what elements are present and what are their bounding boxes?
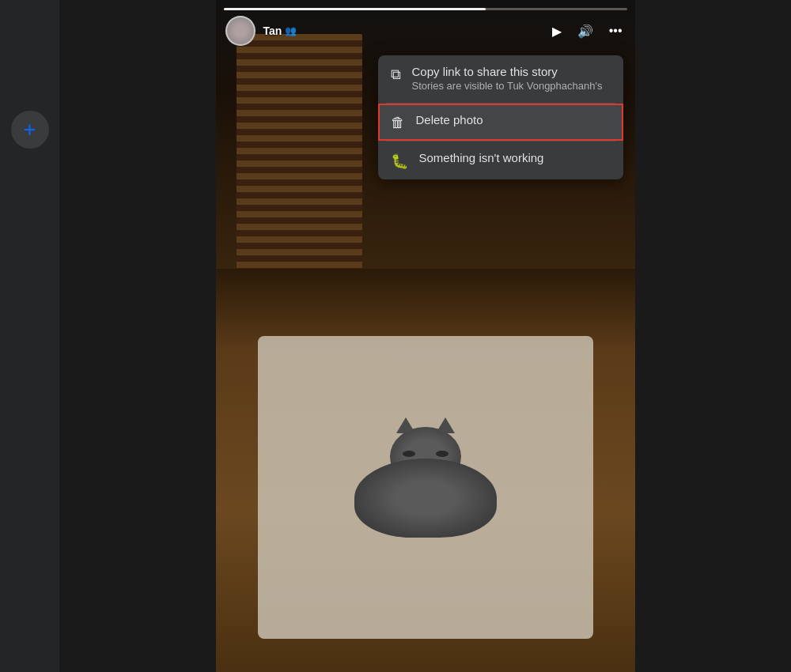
copy-link-text: Copy link to share this story Stories ar… <box>412 65 603 93</box>
add-story-button[interactable]: + <box>11 111 49 149</box>
story-viewer: Tan 👥 ▶ 🔊 ••• ⧉ Copy link to share th <box>216 0 635 672</box>
delete-photo-text: Delete photo <box>416 113 483 126</box>
bug-icon: 🐛 <box>391 153 408 170</box>
report-text: Something isn't working <box>419 151 544 164</box>
play-icon: ▶ <box>552 24 562 39</box>
dropdown-item-copy-link[interactable]: ⧉ Copy link to share this story Stories … <box>378 55 623 103</box>
cat-ear-left <box>396 417 415 433</box>
play-button[interactable]: ▶ <box>549 21 565 42</box>
mute-icon: 🔊 <box>577 24 593 39</box>
dropdown-menu: ⧉ Copy link to share this story Stories … <box>378 55 623 179</box>
sidebar: + <box>0 0 59 672</box>
more-icon: ••• <box>609 24 623 38</box>
copy-link-subtitle: Stories are visible to Tuk Vongphachanh'… <box>412 80 603 93</box>
cat-eye-right <box>436 451 448 457</box>
story-header: Tan 👥 ▶ 🔊 ••• <box>216 16 635 46</box>
blinds <box>237 34 362 270</box>
trash-icon: 🗑 <box>391 115 405 131</box>
dropdown-item-report[interactable]: 🐛 Something isn't working <box>378 142 623 179</box>
main-content: Tan 👥 ▶ 🔊 ••• ⧉ Copy link to share th <box>59 0 791 672</box>
story-progress-bar <box>224 8 627 10</box>
copy-link-title: Copy link to share this story <box>412 65 603 78</box>
mute-button[interactable]: 🔊 <box>574 21 596 42</box>
delete-photo-title: Delete photo <box>416 113 483 126</box>
plus-icon: + <box>23 119 36 141</box>
cat-figure <box>346 427 505 538</box>
cat-body-main <box>354 459 497 538</box>
report-title: Something isn't working <box>419 151 544 164</box>
avatar <box>225 16 255 46</box>
friends-icon: 👥 <box>285 25 297 36</box>
copy-link-icon: ⧉ <box>391 66 401 83</box>
cat-eye-left <box>403 451 415 457</box>
dropdown-item-delete-photo[interactable]: 🗑 Delete photo <box>378 104 623 141</box>
user-name: Tan <box>263 25 282 37</box>
header-controls: ▶ 🔊 ••• <box>549 21 626 42</box>
cat-ear-right <box>436 417 455 433</box>
progress-fill <box>224 8 486 10</box>
more-button[interactable]: ••• <box>606 21 626 41</box>
